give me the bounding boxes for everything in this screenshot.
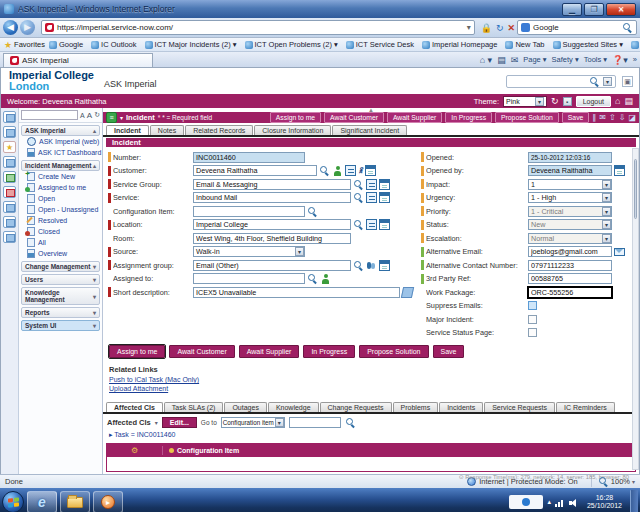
filter-input[interactable] [21, 110, 78, 120]
in-progress-button[interactable]: In Progress [445, 112, 492, 123]
nav-section-change-management[interactable]: Change Management▾ [21, 261, 100, 272]
font-small-icon[interactable]: A [80, 112, 85, 119]
network-icon[interactable] [555, 498, 565, 507]
sidebar-item-ask-imperial-web[interactable]: ASK Imperial (web) [19, 136, 102, 147]
chevron-up-icon[interactable]: ▴ [93, 162, 96, 169]
refresh-icon[interactable]: ↻ [496, 23, 504, 33]
favorites-label[interactable]: Favorites [14, 40, 45, 49]
favorite-link-suggested-sites[interactable]: Suggested Sites ▾ [553, 40, 623, 49]
document-icon[interactable] [3, 201, 16, 213]
nav-section-users[interactable]: Users▾ [21, 274, 100, 285]
in-progress-button[interactable]: In Progress [303, 345, 355, 358]
tab-problems[interactable]: Problems [393, 402, 439, 412]
scrollbar-thumb[interactable] [634, 159, 637, 219]
address-dropdown-icon[interactable]: ▾ [467, 23, 471, 32]
configuration-item-input[interactable] [193, 206, 305, 217]
calendar-icon[interactable] [379, 260, 390, 271]
chevron-down-icon[interactable]: ▾ [602, 180, 611, 189]
chevron-down-icon[interactable]: ▾ [93, 322, 96, 329]
column-header-configuration-item[interactable]: Configuration Item [163, 447, 635, 454]
sidebar-item-resolved[interactable]: Resolved [19, 215, 102, 226]
tools-menu[interactable]: Tools ▾ [584, 55, 607, 64]
save-button[interactable]: Save [562, 112, 590, 123]
suppress-emails-checkbox[interactable] [528, 301, 537, 310]
sidebar-item-create-new[interactable]: Create New [19, 171, 102, 182]
previous-record-icon[interactable]: ⇧ [609, 113, 616, 122]
chevron-up-icon[interactable]: ▴ [93, 127, 96, 134]
assign-to-me-button[interactable]: Assign to me [109, 345, 165, 358]
calendar-icon[interactable] [365, 165, 376, 176]
tab-service-requests[interactable]: Service Requests [484, 402, 555, 412]
search-icon[interactable] [353, 219, 364, 230]
forward-button[interactable]: ▶ [20, 20, 35, 35]
preview-icon[interactable] [366, 219, 377, 230]
service-input[interactable] [193, 192, 351, 203]
search-icon[interactable] [319, 165, 330, 176]
impersonate-icon[interactable]: 🯅 [358, 165, 363, 176]
short-description-input[interactable] [193, 287, 400, 298]
safety-menu[interactable]: Safety ▾ [552, 55, 579, 64]
sidebar-item-closed[interactable]: Closed [19, 226, 102, 237]
stop-icon[interactable]: ✕ [507, 23, 515, 33]
volume-icon[interactable] [569, 498, 579, 507]
service-status-page-checkbox[interactable] [528, 328, 537, 337]
font-large-icon[interactable]: A [87, 111, 92, 120]
knowledge-icon[interactable] [401, 287, 414, 298]
calendar-icon[interactable] [379, 179, 390, 190]
search-icon[interactable] [622, 22, 633, 33]
notification-widget[interactable] [509, 495, 543, 509]
browser-tab-ask-imperial[interactable]: ASK Imperial [3, 53, 153, 67]
tab-task-slas[interactable]: Task SLAs (2) [164, 402, 224, 412]
opened-by-input[interactable] [528, 165, 612, 176]
search-icon[interactable] [353, 192, 364, 203]
address-bar[interactable]: https://imperial.service-now.com/ ▾ [41, 20, 475, 35]
tab-significant-incident[interactable]: Significant Incident [332, 125, 407, 135]
taskbar-media-player-button[interactable]: ▸ [93, 491, 123, 512]
tab-related-records[interactable]: Related Records [185, 125, 253, 135]
minimize-button[interactable]: ▁ [562, 3, 582, 16]
show-hidden-icons-button[interactable]: ▴ [547, 498, 551, 506]
upload-attachment-link[interactable]: Upload Attachment [109, 385, 639, 392]
location-input[interactable] [193, 219, 351, 230]
sidebar-item-ask-ict-dashboard[interactable]: ASK ICT Dashboard [19, 147, 102, 158]
favorite-link-web-slice-gallery[interactable]: Web Slice Gallery ▾ [631, 40, 640, 49]
favorite-link-ic-outlook[interactable]: IC Outlook [91, 40, 136, 49]
calendar-icon[interactable] [379, 219, 390, 230]
await-supplier-button[interactable]: Await Supplier [239, 345, 300, 358]
tab-closure-information[interactable]: Closure Information [254, 125, 331, 135]
close-button[interactable]: ✕ [606, 3, 636, 16]
sidebar-item-open[interactable]: Open [19, 193, 102, 204]
favorite-link-open-problems[interactable]: ICT Open Problems (2) ▾ [245, 40, 338, 49]
favorites-star-icon[interactable]: ★ [4, 40, 12, 50]
chevron-down-icon[interactable]: ▾ [93, 293, 96, 300]
nav-section-incident-management[interactable]: Incident Management▴ [21, 160, 100, 171]
new-record-icon[interactable] [3, 171, 16, 183]
search-icon[interactable] [589, 76, 600, 87]
impact-select[interactable]: 1▾ [528, 179, 612, 190]
refresh-icon[interactable]: ↻ [94, 111, 100, 119]
await-customer-button[interactable]: Await Customer [169, 345, 234, 358]
group-icon[interactable] [366, 260, 377, 271]
number-input[interactable] [193, 152, 305, 163]
major-incident-checkbox[interactable] [528, 315, 537, 324]
favorite-link-new-tab[interactable]: New Tab [505, 40, 544, 49]
nav-section-knowledge-management[interactable]: Knowledge Management▾ [21, 287, 100, 305]
back-button[interactable]: ◀ [3, 20, 18, 35]
tab-outages[interactable]: Outages [224, 402, 266, 412]
chevron-down-icon[interactable]: ▾ [275, 418, 284, 427]
home-icon[interactable]: ⌂ ▾ [480, 55, 492, 65]
goto-field-select[interactable]: Configuration item▾ [221, 417, 285, 428]
personalize-icon[interactable]: ◪ [628, 113, 636, 122]
restore-button[interactable]: ❐ [584, 3, 604, 16]
urgency-select[interactable]: 1 - High▾ [528, 192, 612, 203]
nav-section-ask-imperial[interactable]: ASK Imperial▴ [21, 125, 100, 136]
preview-icon[interactable] [345, 165, 356, 176]
nav-section-reports[interactable]: Reports▾ [21, 307, 100, 318]
home-icon[interactable]: ⌂ [615, 96, 620, 106]
opened-input[interactable] [528, 152, 612, 163]
feeds-icon[interactable]: ▤ [497, 55, 506, 65]
edit-button[interactable]: Edit... [162, 417, 197, 428]
collapse-header-button[interactable]: ▣ [622, 76, 633, 87]
start-button[interactable] [2, 491, 24, 512]
chevron-down-icon[interactable]: ▾ [155, 419, 158, 426]
